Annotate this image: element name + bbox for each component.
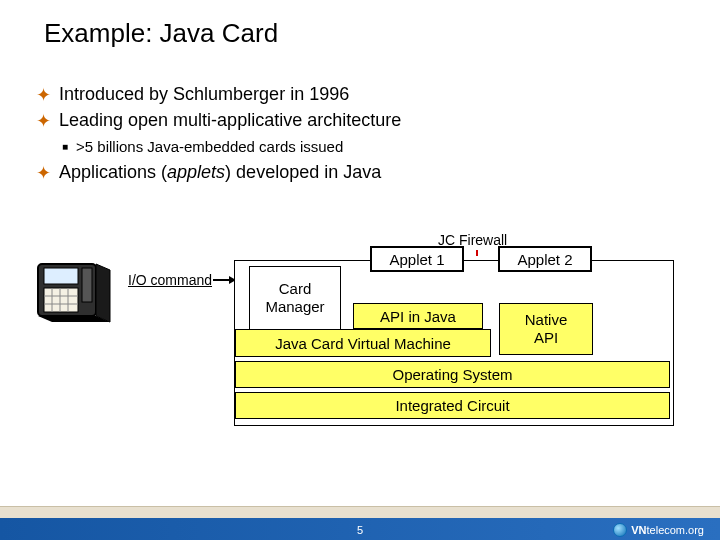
card-frame: Card Manager API in Java Native API Java… <box>234 260 674 426</box>
card-manager-box: Card Manager <box>249 266 341 330</box>
native-api-box: Native API <box>499 303 593 355</box>
architecture-diagram: JC Firewall I/O command Card Manager API… <box>40 232 680 432</box>
bullet-item: ✦ Leading open multi-applicative archite… <box>36 110 690 132</box>
square-icon: ■ <box>62 138 68 156</box>
logo-brand: VN <box>631 524 646 536</box>
sub-bullet-item: ■ >5 billions Java-embedded cards issued <box>62 138 690 156</box>
brand-logo: VNtelecom.org <box>613 523 704 537</box>
bullet-text: Introduced by Schlumberger in 1996 <box>59 84 349 105</box>
applet2-box: Applet 2 <box>498 246 592 272</box>
globe-icon <box>613 523 627 537</box>
terminal-icon <box>32 258 118 332</box>
smart-card: Card Manager API in Java Native API Java… <box>234 246 674 426</box>
logo-domain: telecom.org <box>647 524 704 536</box>
bullet-text: Applications (applets) developed in Java <box>59 162 381 183</box>
applet1-box: Applet 1 <box>370 246 464 272</box>
star-icon: ✦ <box>36 110 51 132</box>
text-fragment: Applications ( <box>59 162 167 182</box>
footer: 5 VNtelecom.org <box>0 502 720 540</box>
slide: Example: Java Card ✦ Introduced by Schlu… <box>0 0 720 540</box>
bullet-item: ✦ Applications (applets) developed in Ja… <box>36 162 690 184</box>
os-box: Operating System <box>235 361 670 388</box>
sub-bullet-text: >5 billions Java-embedded cards issued <box>76 138 343 155</box>
bullet-text: Leading open multi-applicative architect… <box>59 110 401 131</box>
slide-title: Example: Java Card <box>44 18 278 49</box>
text-emphasis: applets <box>167 162 225 182</box>
jcvm-box: Java Card Virtual Machine <box>235 329 491 357</box>
io-command-label: I/O command <box>128 272 212 288</box>
arrow-icon <box>213 279 235 281</box>
bullet-item: ✦ Introduced by Schlumberger in 1996 <box>36 84 690 106</box>
content-area: ✦ Introduced by Schlumberger in 1996 ✦ L… <box>36 80 690 188</box>
ic-box: Integrated Circuit <box>235 392 670 419</box>
text-fragment: ) developed in Java <box>225 162 381 182</box>
footer-divider <box>0 506 720 518</box>
logo-text: VNtelecom.org <box>631 524 704 536</box>
api-java-box: API in Java <box>353 303 483 329</box>
svg-rect-2 <box>82 268 92 302</box>
star-icon: ✦ <box>36 84 51 106</box>
page-number: 5 <box>0 524 720 536</box>
svg-rect-3 <box>44 288 78 312</box>
star-icon: ✦ <box>36 162 51 184</box>
svg-rect-1 <box>44 268 78 284</box>
